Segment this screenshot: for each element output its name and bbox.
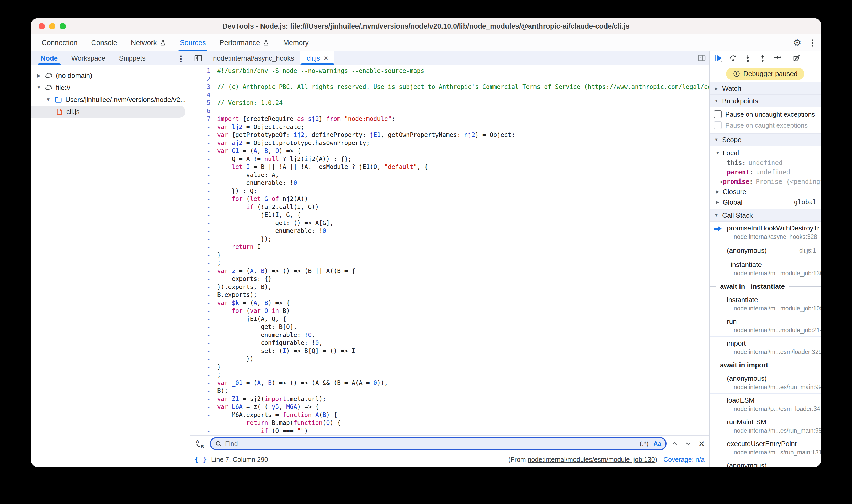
- code-line[interactable]: -return B.map(function(Q) {: [190, 419, 709, 427]
- line-gutter[interactable]: -: [190, 419, 214, 427]
- line-gutter[interactable]: -: [190, 307, 214, 315]
- code-line[interactable]: -value: A,: [190, 171, 709, 179]
- step-over-icon[interactable]: [727, 53, 740, 64]
- code-line[interactable]: -;: [190, 259, 709, 267]
- close-find-bar-icon[interactable]: ×: [698, 438, 705, 449]
- code-line[interactable]: -B);: [190, 387, 709, 395]
- code-line[interactable]: -}).exports, B),: [190, 283, 709, 291]
- call-stack-frame[interactable]: promiseInitHookWithDestroyTr...node:inte…: [710, 221, 821, 244]
- show-debugger-panel-icon[interactable]: [697, 54, 706, 62]
- deactivate-breakpoints-icon[interactable]: [790, 53, 803, 64]
- scope-prop-parent[interactable]: parent:undefined: [710, 167, 821, 177]
- code-line[interactable]: -get: B[Q],: [190, 323, 709, 331]
- line-gutter[interactable]: -: [190, 403, 214, 411]
- tab-performance[interactable]: Performance: [213, 34, 277, 51]
- checkbox[interactable]: [714, 110, 722, 118]
- line-gutter[interactable]: -: [190, 291, 214, 299]
- navigator-tab-node[interactable]: Node: [34, 51, 65, 65]
- call-stack-frame[interactable]: executeUserEntryPointnode:internal/m...s…: [710, 437, 821, 459]
- line-gutter[interactable]: 3: [190, 83, 214, 91]
- call-stack-frame[interactable]: runnode:internal/m...module_job:214: [710, 315, 821, 337]
- navigator-tab-snippets[interactable]: Snippets: [112, 51, 153, 65]
- code-line[interactable]: -var aj2 = Object.prototype.hasOwnProper…: [190, 139, 709, 147]
- scope-prop-this[interactable]: this:undefined: [710, 158, 821, 167]
- line-gutter[interactable]: -: [190, 251, 214, 259]
- line-gutter[interactable]: -: [190, 171, 214, 179]
- code-line[interactable]: -}): [190, 355, 709, 363]
- line-gutter[interactable]: 7: [190, 115, 214, 123]
- code-line[interactable]: -get: () => A[G],: [190, 219, 709, 227]
- code-line[interactable]: -B.exports);: [190, 291, 709, 299]
- code-line[interactable]: -}: [190, 363, 709, 371]
- line-gutter[interactable]: -: [190, 147, 214, 155]
- step-icon[interactable]: [771, 53, 783, 64]
- code-line[interactable]: 1#!/usr/bin/env -S node --no-warnings --…: [190, 67, 709, 75]
- line-gutter[interactable]: -: [190, 139, 214, 147]
- code-line[interactable]: -});: [190, 235, 709, 243]
- step-out-icon[interactable]: [756, 53, 769, 64]
- call-stack-frame[interactable]: (anonymous)node:internal/m...main_module…: [710, 459, 821, 467]
- line-gutter[interactable]: -: [190, 275, 214, 283]
- line-gutter[interactable]: -: [190, 347, 214, 355]
- editor-tab-cli-js[interactable]: cli.js ×: [300, 51, 335, 65]
- line-gutter[interactable]: -: [190, 371, 214, 379]
- line-gutter[interactable]: -: [190, 123, 214, 131]
- replace-toggle-icon[interactable]: AB: [195, 438, 205, 449]
- line-gutter[interactable]: -: [190, 315, 214, 323]
- line-gutter[interactable]: -: [190, 299, 214, 307]
- code-line[interactable]: -var z = (A, B) => () => (B || A((B = {: [190, 267, 709, 275]
- line-gutter[interactable]: -: [190, 187, 214, 195]
- line-gutter[interactable]: -: [190, 395, 214, 403]
- call-stack-frame[interactable]: instantiatenode:internal/m...module_job:…: [710, 293, 821, 315]
- line-gutter[interactable]: -: [190, 267, 214, 275]
- code-line[interactable]: -;: [190, 371, 709, 379]
- line-gutter[interactable]: -: [190, 195, 214, 203]
- tab-sources[interactable]: Sources: [173, 34, 213, 51]
- scope-section-header[interactable]: ▼ Scope: [710, 133, 821, 146]
- code-line[interactable]: 6: [190, 107, 709, 115]
- line-gutter[interactable]: -: [190, 243, 214, 251]
- code-line[interactable]: -var Z1 = sj2(import.meta.url);: [190, 395, 709, 403]
- line-gutter[interactable]: -: [190, 387, 214, 395]
- code-line[interactable]: 3// (c) Anthropic PBC. All rights reserv…: [190, 83, 709, 91]
- code-line[interactable]: 5// Version: 1.0.24: [190, 99, 709, 107]
- hide-navigator-icon[interactable]: [190, 51, 207, 65]
- code-line[interactable]: -for (var Q in B): [190, 307, 709, 315]
- line-gutter[interactable]: -: [190, 339, 214, 347]
- tree-item-file-protocol[interactable]: ▼ file://: [31, 82, 190, 94]
- source-code-view[interactable]: 1#!/usr/bin/env -S node --no-warnings --…: [190, 65, 709, 435]
- code-line[interactable]: -}) : Q;: [190, 187, 709, 195]
- settings-gear-icon[interactable]: ⚙: [793, 38, 801, 48]
- line-gutter[interactable]: -: [190, 411, 214, 419]
- code-line[interactable]: -}: [190, 251, 709, 259]
- close-tab-icon[interactable]: ×: [324, 54, 329, 62]
- line-gutter[interactable]: 5: [190, 99, 214, 107]
- call-stack-frame[interactable]: runMainESMnode:internal/m...es/run_main:…: [710, 415, 821, 437]
- code-line[interactable]: -if (Q === ""): [190, 427, 709, 435]
- line-gutter[interactable]: 1: [190, 67, 214, 75]
- code-line[interactable]: -jE1(I, G, {: [190, 211, 709, 219]
- code-line[interactable]: -configurable: !0,: [190, 339, 709, 347]
- watch-section-header[interactable]: ▶ Watch: [710, 82, 821, 95]
- code-line[interactable]: -exports: {}: [190, 275, 709, 283]
- scope-closure-group[interactable]: ▶ Closure: [710, 186, 821, 197]
- search-input[interactable]: Find (.*) Aa: [210, 437, 667, 450]
- call-stack-frame[interactable]: (anonymous)cli.js:1: [710, 244, 821, 258]
- line-gutter[interactable]: -: [190, 211, 214, 219]
- line-gutter[interactable]: 6: [190, 107, 214, 115]
- pause-on-uncaught-row[interactable]: Pause on uncaught exceptions: [710, 109, 821, 120]
- code-line[interactable]: -var _01 = (A, B) => () => (A && (B = A(…: [190, 379, 709, 387]
- tree-item-cli-js[interactable]: cli.js: [31, 106, 185, 118]
- line-gutter[interactable]: -: [190, 219, 214, 227]
- navigator-tab-workspace[interactable]: Workspace: [65, 51, 112, 65]
- code-line[interactable]: -if (!aj2.call(I, G)): [190, 203, 709, 211]
- code-line[interactable]: -set: (I) => B[Q] = () => I: [190, 347, 709, 355]
- navigator-more-options-icon[interactable]: ⋮: [177, 54, 185, 63]
- code-line[interactable]: -M6A.exports = function A(B) {: [190, 411, 709, 419]
- pause-on-caught-row[interactable]: Pause on caught exceptions: [710, 120, 821, 131]
- pretty-print-icon[interactable]: { }: [195, 455, 207, 463]
- line-gutter[interactable]: -: [190, 203, 214, 211]
- call-stack-frame[interactable]: _instantiatenode:internal/m...module_job…: [710, 258, 821, 280]
- code-line[interactable]: -var $k = (A, B) => {: [190, 299, 709, 307]
- code-line[interactable]: -let I = B || !A || !A.__esModule ? jE1(…: [190, 163, 709, 171]
